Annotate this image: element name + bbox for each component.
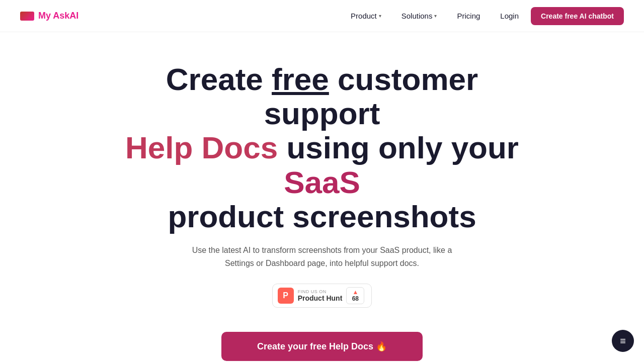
logo-text: My AskAI	[38, 11, 78, 21]
navbar: My AskAI Product ▾ Solutions ▾ Pricing L…	[0, 0, 644, 32]
nav-cta-button[interactable]: Create free AI chatbot	[531, 7, 624, 25]
logo[interactable]: My AskAI	[20, 11, 78, 21]
nav-login[interactable]: Login	[492, 8, 527, 24]
chat-icon: ≡	[620, 335, 626, 347]
hero-section: Create free customer support Help Docs u…	[96, 32, 548, 361]
nav-solutions[interactable]: Solutions ▾	[393, 8, 445, 24]
chevron-down-icon: ▾	[379, 13, 381, 19]
nav-right: Product ▾ Solutions ▾ Pricing Login Crea…	[343, 7, 624, 25]
nav-pricing[interactable]: Pricing	[449, 8, 488, 24]
main-cta-button[interactable]: Create your free Help Docs 🔥	[221, 332, 423, 361]
logo-icon	[20, 12, 34, 21]
upvote-arrow-icon: ▲	[352, 289, 358, 295]
chat-widget[interactable]: ≡	[612, 330, 634, 352]
hero-title: Create free customer support Help Docs u…	[116, 62, 528, 234]
hero-subtitle: Use the latest AI to transform screensho…	[181, 244, 463, 269]
product-hunt-badge[interactable]: P FIND US ON Product Hunt ▲ 68	[272, 284, 372, 308]
product-hunt-text: FIND US ON Product Hunt	[298, 289, 343, 302]
product-hunt-icon: P	[278, 288, 294, 304]
chevron-down-icon: ▾	[434, 13, 437, 19]
nav-product[interactable]: Product ▾	[343, 8, 389, 24]
cta-section: Create your free Help Docs 🔥	[116, 332, 528, 361]
product-hunt-upvote: ▲ 68	[346, 287, 364, 304]
